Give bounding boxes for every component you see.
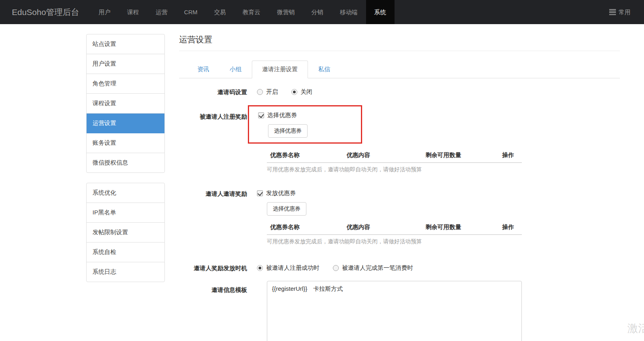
col-coupon-content: 优惠内容 <box>344 148 423 163</box>
select-coupon-button-invitee[interactable]: 选择优惠券 <box>268 124 308 138</box>
nav-item-system[interactable]: 系统 <box>366 0 395 24</box>
invite-code-label: 邀请码设置 <box>179 88 247 96</box>
select-coupon-checkbox-option[interactable]: 选择优惠券 <box>258 112 361 119</box>
quick-menu-label: 常用 <box>619 0 631 24</box>
reward-timing-row: 邀请人奖励发放时机 被邀请人注册成功时 被邀请人完成第一笔消费时 <box>179 264 620 272</box>
sidebar-item-user-settings[interactable]: 用户设置 <box>87 54 164 74</box>
inviter-coupon-table: 优惠券名称 优惠内容 剩余可用数量 操作 <box>267 220 522 235</box>
tab-news[interactable]: 资讯 <box>187 61 219 78</box>
sidebar-item-operation-settings[interactable]: 运营设置 <box>87 114 164 133</box>
sidebar-item-system-log[interactable]: 系统日志 <box>87 262 164 282</box>
activate-watermark: 激活 <box>627 321 644 335</box>
invite-settings-form: 邀请码设置 开启 关闭 被邀请人注册奖励 <box>179 78 620 341</box>
col-coupon-content: 优惠内容 <box>344 220 423 235</box>
nav-item-wemarketing[interactable]: 微营销 <box>269 0 303 24</box>
timing-on-register-option[interactable]: 被邀请人注册成功时 <box>257 264 319 272</box>
brand-logo[interactable]: EduSoho管理后台 <box>0 0 90 24</box>
settings-sidebar: 站点设置 用户设置 角色管理 课程设置 运营设置 账务设置 微信授权信息 系统优… <box>86 34 165 292</box>
top-navbar: EduSoho管理后台 用户 课程 运营 CRM 交易 教育云 微营销 分销 移… <box>0 0 644 24</box>
reward-timing-label: 邀请人奖励发放时机 <box>179 264 247 272</box>
tab-bar: 资讯 小组 邀请注册设置 私信 <box>179 61 620 78</box>
nav-menu: 用户 课程 运营 CRM 交易 教育云 微营销 分销 移动端 系统 <box>90 0 394 24</box>
grant-coupon-checkbox-label: 发放优惠券 <box>266 189 296 197</box>
col-coupon-name: 优惠券名称 <box>267 220 344 235</box>
nav-item-trade[interactable]: 交易 <box>206 0 234 24</box>
tab-groups[interactable]: 小组 <box>219 61 252 78</box>
sidebar-item-post-limit[interactable]: 发帖限制设置 <box>87 223 164 242</box>
radio-unchecked-icon[interactable] <box>333 265 339 271</box>
timing-on-register-label: 被邀请人注册成功时 <box>266 264 319 272</box>
select-coupon-checkbox-label: 选择优惠券 <box>267 112 297 119</box>
nav-item-operations[interactable]: 运营 <box>147 0 176 24</box>
inviter-reward-row: 邀请人邀请奖励 发放优惠券 选择优惠券 优惠券名称 优惠内容 剩余可用数量 <box>179 189 620 245</box>
select-coupon-button-inviter[interactable]: 选择优惠券 <box>267 202 306 216</box>
list-icon <box>609 9 616 15</box>
coupon-table-header-row: 优惠券名称 优惠内容 剩余可用数量 操作 <box>267 220 522 235</box>
sidebar-group-settings: 站点设置 用户设置 角色管理 课程设置 运营设置 账务设置 微信授权信息 <box>86 34 165 173</box>
coupon-help-text: 可用优惠券发放完成后，邀请功能即自动关闭，请做好活动预算 <box>267 238 620 245</box>
sidebar-item-role-management[interactable]: 角色管理 <box>87 74 164 94</box>
page-title: 运营设置 <box>179 34 620 51</box>
col-actions: 操作 <box>499 220 522 235</box>
inviter-reward-label: 邀请人邀请奖励 <box>179 189 247 198</box>
timing-on-first-purchase-option[interactable]: 被邀请人完成第一笔消费时 <box>333 264 413 272</box>
invite-code-off-option[interactable]: 关闭 <box>291 88 312 96</box>
quick-menu-button[interactable]: 常用 <box>608 0 632 24</box>
grant-coupon-checkbox-option[interactable]: 发放优惠券 <box>257 189 620 197</box>
timing-on-first-purchase-label: 被邀请人完成第一笔消费时 <box>342 264 413 272</box>
invitee-reward-label: 被邀请人注册奖励 <box>179 105 247 121</box>
sidebar-item-ip-blacklist[interactable]: IP黑名单 <box>87 203 164 223</box>
radio-checked-icon[interactable] <box>257 265 263 271</box>
main-content: 运营设置 资讯 小组 邀请注册设置 私信 邀请码设置 开启 关闭 <box>179 34 620 341</box>
invitee-coupon-table: 优惠券名称 优惠内容 剩余可用数量 操作 <box>267 148 522 163</box>
col-remaining-qty: 剩余可用数量 <box>422 148 499 163</box>
nav-item-educloud[interactable]: 教育云 <box>234 0 269 24</box>
red-annotation-box: 选择优惠券 选择优惠券 <box>248 105 362 144</box>
nav-item-mobile[interactable]: 移动端 <box>332 0 366 24</box>
col-actions: 操作 <box>499 148 522 163</box>
col-remaining-qty: 剩余可用数量 <box>422 220 499 235</box>
coupon-table-header-row: 优惠券名称 优惠内容 剩余可用数量 操作 <box>267 148 522 163</box>
sidebar-item-wechat-auth[interactable]: 微信授权信息 <box>87 153 164 172</box>
radio-checked-icon[interactable] <box>291 89 297 95</box>
sidebar-item-finance-settings[interactable]: 账务设置 <box>87 133 164 153</box>
invitee-reward-row: 被邀请人注册奖励 选择优惠券 选择优惠券 优惠券名称 优惠内容 <box>179 105 620 173</box>
nav-item-crm[interactable]: CRM <box>176 0 206 24</box>
nav-item-courses[interactable]: 课程 <box>119 0 147 24</box>
coupon-help-text: 可用优惠券发放完成后，邀请功能即自动关闭，请做好活动预算 <box>267 166 620 173</box>
tab-private-message[interactable]: 私信 <box>308 61 340 78</box>
invite-template-label: 邀请信息模板 <box>179 281 247 294</box>
invite-code-row: 邀请码设置 开启 关闭 <box>179 88 620 96</box>
invite-code-on-option[interactable]: 开启 <box>257 88 278 96</box>
invite-template-row: 邀请信息模板 {{registerUrl}} 卡拉斯方式 <box>179 281 620 341</box>
sidebar-item-site-settings[interactable]: 站点设置 <box>87 34 164 54</box>
checkbox-checked-icon[interactable] <box>257 190 263 196</box>
invite-code-on-label: 开启 <box>266 88 278 96</box>
sidebar-item-system-check[interactable]: 系统自检 <box>87 242 164 262</box>
sidebar-group-system: 系统优化 IP黑名单 发帖限制设置 系统自检 系统日志 <box>86 183 165 282</box>
invite-code-off-label: 关闭 <box>300 88 312 96</box>
col-coupon-name: 优惠券名称 <box>267 148 344 163</box>
sidebar-item-system-optimize[interactable]: 系统优化 <box>87 183 164 203</box>
invite-template-textarea[interactable]: {{registerUrl}} 卡拉斯方式 <box>267 281 522 341</box>
tab-invite-register-settings[interactable]: 邀请注册设置 <box>252 61 308 78</box>
radio-unchecked-icon[interactable] <box>257 89 263 95</box>
checkbox-checked-icon[interactable] <box>258 112 264 118</box>
nav-item-distribution[interactable]: 分销 <box>303 0 332 24</box>
sidebar-item-course-settings[interactable]: 课程设置 <box>87 94 164 114</box>
nav-item-users[interactable]: 用户 <box>90 0 119 24</box>
